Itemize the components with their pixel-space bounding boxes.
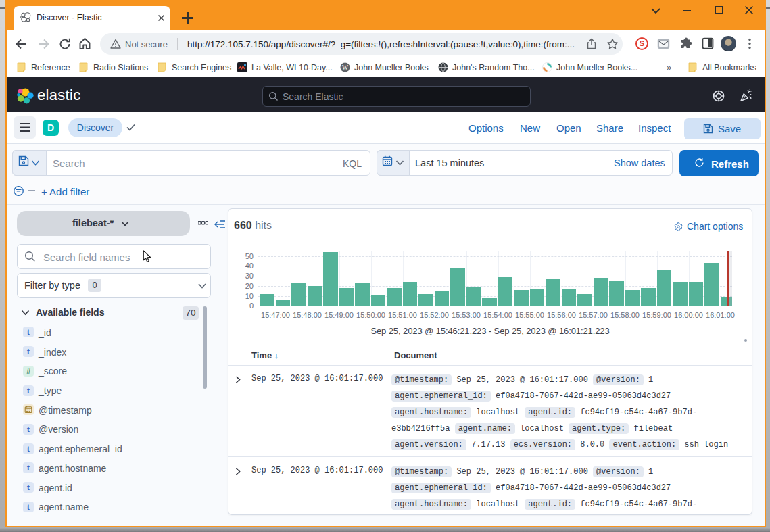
svg-text:W: W (342, 64, 348, 71)
